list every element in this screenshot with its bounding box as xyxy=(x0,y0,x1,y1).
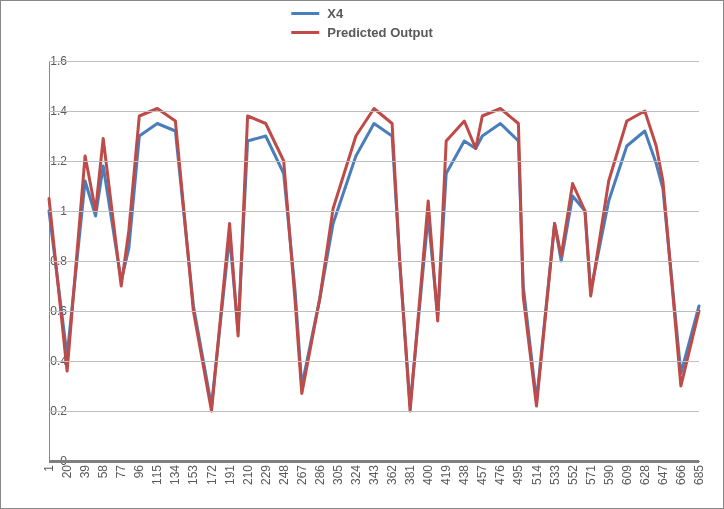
x-tick-label: 438 xyxy=(457,465,471,485)
x-axis-baseline xyxy=(49,460,699,463)
x-tick-label: 172 xyxy=(205,465,219,485)
legend-item-predicted: Predicted Output xyxy=(291,26,432,39)
x-tick-label: 324 xyxy=(349,465,363,485)
x-tick-label: 267 xyxy=(295,465,309,485)
x-tick-label: 609 xyxy=(620,465,634,485)
x-tick-label: 533 xyxy=(548,465,562,485)
x-tick-label: 666 xyxy=(674,465,688,485)
x-tick-label: 571 xyxy=(584,465,598,485)
x-tick-label: 590 xyxy=(602,465,616,485)
x-tick-label: 476 xyxy=(493,465,507,485)
x-tick-label: 514 xyxy=(530,465,544,485)
legend-label-x4: X4 xyxy=(327,7,343,20)
x-tick-label: 58 xyxy=(96,465,110,478)
x-tick-label: 381 xyxy=(403,465,417,485)
grid-line xyxy=(49,211,699,212)
grid-line xyxy=(49,111,699,112)
legend: X4 Predicted Output xyxy=(291,7,432,39)
grid-line xyxy=(49,61,699,62)
grid-line xyxy=(49,411,699,412)
plot-area xyxy=(49,61,699,461)
x-tick-label: 96 xyxy=(132,465,146,478)
x-tick-label: 286 xyxy=(313,465,327,485)
legend-swatch-x4 xyxy=(291,12,319,15)
x-tick-label: 210 xyxy=(241,465,255,485)
x-tick-label: 495 xyxy=(511,465,525,485)
x-tick-label: 153 xyxy=(186,465,200,485)
x-tick-label: 115 xyxy=(150,465,164,485)
series-line-x4 xyxy=(49,124,699,407)
grid-line xyxy=(49,311,699,312)
legend-item-x4: X4 xyxy=(291,7,343,20)
series-line-predicted xyxy=(49,109,699,412)
legend-label-predicted: Predicted Output xyxy=(327,26,432,39)
x-tick-label: 647 xyxy=(656,465,670,485)
x-tick-label: 229 xyxy=(259,465,273,485)
x-tick-label: 400 xyxy=(421,465,435,485)
legend-swatch-predicted xyxy=(291,31,319,34)
x-tick-label: 685 xyxy=(692,465,706,485)
x-tick-label: 134 xyxy=(168,465,182,485)
chart-container: X4 Predicted Output 00.20.40.60.811.21.4… xyxy=(0,0,724,509)
grid-line xyxy=(49,161,699,162)
x-tick-label: 39 xyxy=(78,465,92,478)
x-tick-label: 77 xyxy=(114,465,128,478)
x-tick-label: 191 xyxy=(223,465,237,485)
x-tick-label: 457 xyxy=(475,465,489,485)
x-tick-label: 552 xyxy=(566,465,580,485)
x-tick-label: 343 xyxy=(367,465,381,485)
x-tick-label: 419 xyxy=(439,465,453,485)
x-tick-label: 628 xyxy=(638,465,652,485)
x-tick-label: 1 xyxy=(42,465,56,472)
x-tick-label: 20 xyxy=(60,465,74,478)
grid-line xyxy=(49,361,699,362)
x-tick-label: 362 xyxy=(385,465,399,485)
x-tick-label: 305 xyxy=(331,465,345,485)
x-tick-label: 248 xyxy=(277,465,291,485)
x-axis-labels: 1203958779611513415317219121022924826728… xyxy=(49,465,699,505)
grid-line xyxy=(49,261,699,262)
